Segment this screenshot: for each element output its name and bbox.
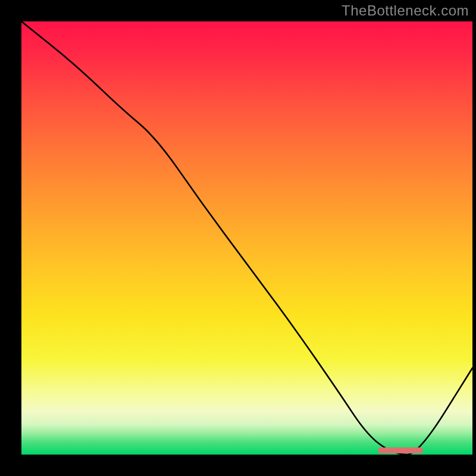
plot-area — [21, 21, 472, 455]
bottleneck-curve — [21, 21, 472, 455]
curve-layer — [21, 21, 472, 455]
watermark-label: TheBottleneck.com — [342, 2, 469, 19]
chart-root: TheBottleneck.com — [0, 0, 476, 476]
optimal-range-marker — [378, 447, 423, 453]
